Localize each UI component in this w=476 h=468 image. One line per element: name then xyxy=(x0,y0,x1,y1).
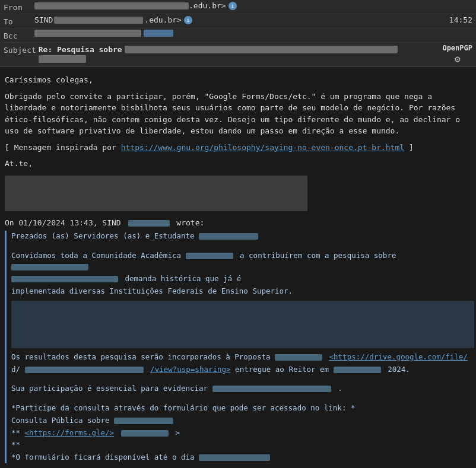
reference-line: [ Mensagem inspirada por https://www.gnu… xyxy=(5,142,471,154)
bcc-row: Bcc xyxy=(0,28,476,43)
drive-link-2[interactable]: /view?usp=sharing> xyxy=(150,365,230,374)
greeting: Caríssimos colegas, xyxy=(5,74,471,86)
quoted-line-11: *Participe da consulta através do formul… xyxy=(11,403,471,414)
to-email-blurred xyxy=(54,17,143,24)
quoted-line-14: ** xyxy=(11,440,471,451)
to-label: To xyxy=(4,15,34,26)
q-blurred-10 xyxy=(121,430,169,437)
q-blurred-7 xyxy=(334,367,381,373)
message-body: Caríssimos colegas, Obrigado pelo convit… xyxy=(0,67,476,468)
subject-text: Re: Pesquisa sobre xyxy=(39,45,122,54)
q-blurred-6 xyxy=(25,367,144,373)
to-time: 14:52 xyxy=(449,15,472,24)
bcc-email-blurred xyxy=(34,30,141,37)
quoted-sender-blurred xyxy=(128,220,170,227)
from-label: From xyxy=(4,1,34,12)
subject-content: Re: Pesquisa sobre xyxy=(36,44,472,64)
bracket-open: [ Mensagem inspirada por xyxy=(5,143,121,152)
quoted-image-block xyxy=(11,301,474,348)
quoted-section: On 01/10/2024 13:43, SIND wrote: Prezado… xyxy=(5,217,471,463)
forms-link[interactable]: <https://forms.gle/> xyxy=(25,428,115,437)
quoted-line-10 xyxy=(11,396,471,402)
reference-link[interactable]: https://www.gnu.org/philosophy/saying-no… xyxy=(121,143,404,152)
q-blurred-3 xyxy=(11,264,88,270)
drive-link[interactable]: <https://drive.google.com/file/ xyxy=(329,352,468,361)
subject-line1: Re: Pesquisa sobre xyxy=(39,45,470,54)
from-email-partial: .edu.br> xyxy=(189,1,226,10)
quoted-line-9: Sua participação é essencial para eviden… xyxy=(11,383,471,394)
from-row: From .edu.br> i xyxy=(0,0,476,14)
quoted-body: Prezados (as) Servidores (as) e Estudant… xyxy=(5,231,471,463)
quoted-line-6: Os resultados desta pesquisa serão incor… xyxy=(11,352,471,363)
quoted-line-3: Convidamos toda a Comunidade Acadêmica a… xyxy=(11,250,471,273)
to-value: SIND .edu.br> i 14:52 xyxy=(34,15,472,24)
from-value: .edu.br> i xyxy=(34,1,472,10)
q-blurred-1 xyxy=(199,233,258,240)
bcc-label: Bcc xyxy=(4,30,34,40)
to-email-partial: .edu.br> xyxy=(144,15,182,24)
subject-label: Subject xyxy=(4,44,36,55)
closing-line: At.te, xyxy=(5,158,471,170)
q-blurred-4 xyxy=(11,276,118,282)
quoted-line-8 xyxy=(11,376,471,382)
bcc-value xyxy=(34,30,472,37)
openpgp-area: OpenPGP ⚙ xyxy=(442,44,472,65)
signature-area xyxy=(5,176,471,211)
q-blurred-9 xyxy=(114,418,173,424)
subject-row: Subject Re: Pesquisa sobre OpenPGP ⚙ xyxy=(0,43,476,66)
quoted-header-line: On 01/10/2024 13:43, SIND wrote: xyxy=(5,217,471,229)
q-blurred-8 xyxy=(212,386,331,392)
bcc-email-blurred2 xyxy=(144,30,173,37)
quoted-line-5: implementada diversas Instituições Feder… xyxy=(11,286,471,297)
quoted-line-7: d/ /view?usp=sharing> entregue ao Reitor… xyxy=(11,364,471,375)
from-email-blurred xyxy=(34,2,189,9)
signature-blurred xyxy=(5,176,307,211)
subject-blurred-main xyxy=(125,46,398,53)
q-blurred-11 xyxy=(199,454,270,461)
from-info-icon[interactable]: i xyxy=(229,2,237,10)
to-name: SIND xyxy=(34,15,53,24)
q-blurred-2 xyxy=(186,253,233,259)
quoted-line-15: *O formulário ficará disponível até o di… xyxy=(11,452,471,463)
quoted-line-13: ** <https://forms.gle/> > xyxy=(11,428,471,439)
quoted-line-4: demanda histórica que já é xyxy=(11,273,471,285)
quoted-wrote: wrote: xyxy=(176,218,204,227)
quoted-line-2 xyxy=(11,243,471,249)
quoted-line-12: Consulta Pública sobre xyxy=(11,415,471,426)
email-header: From .edu.br> i To SIND .edu.br> i 14:52… xyxy=(0,0,476,67)
bracket-close: ] xyxy=(404,143,414,152)
subject-line2 xyxy=(39,55,470,63)
paragraph1: Obrigado pelo convite a participar, poré… xyxy=(5,91,471,137)
openpgp-label: OpenPGP xyxy=(442,44,472,52)
to-row: To SIND .edu.br> i 14:52 xyxy=(0,14,476,28)
q-blurred-5 xyxy=(275,354,322,361)
subject-blurred-2 xyxy=(39,55,86,63)
quoted-line-1: Prezados (as) Servidores (as) e Estudant… xyxy=(11,231,471,242)
to-info-icon[interactable]: i xyxy=(184,16,192,24)
quoted-header-text: On 01/10/2024 13:43, SIND xyxy=(5,218,121,227)
openpgp-gear-icon[interactable]: ⚙ xyxy=(455,53,461,65)
